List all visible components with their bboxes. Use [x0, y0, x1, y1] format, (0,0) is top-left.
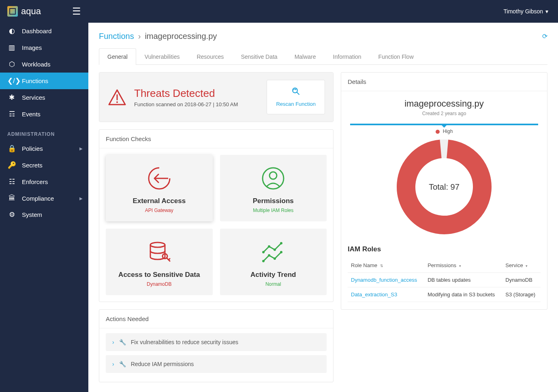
- workloads-icon: ⬡: [7, 60, 16, 69]
- tab-malware[interactable]: Malware: [286, 48, 325, 65]
- breadcrumb-leaf: imageprocessing.py: [145, 32, 217, 41]
- threat-subtitle: Function scanned on 2018-06-27 | 10:50 A…: [134, 101, 238, 107]
- compliance-icon: 🏛: [7, 194, 16, 202]
- sidebar-item-policies[interactable]: 🔒Policies▶: [0, 140, 88, 157]
- svg-point-14: [262, 260, 265, 262]
- svg-point-16: [274, 257, 276, 260]
- details-created: Created 2 years ago: [348, 111, 541, 116]
- sidebar-item-workloads[interactable]: ⬡Workloads: [0, 56, 88, 73]
- svg-point-11: [268, 245, 270, 248]
- actions-title: Actions Needed: [99, 310, 333, 328]
- details-name: imageprocessing.py: [348, 99, 541, 109]
- iam-role-link[interactable]: Dynamodb_function_access: [348, 273, 424, 287]
- admin-header: ADMINISTRATION: [0, 122, 88, 140]
- content: Functions › imageprocessing.py ⟳ General…: [88, 23, 558, 392]
- warning-triangle-icon: [107, 88, 127, 107]
- tabs: General Vulnerabilities Resources Sensit…: [99, 48, 547, 65]
- rescan-button[interactable]: Rescan Function: [267, 80, 325, 114]
- action-item[interactable]: › 🔧 Reduce IAM permissions: [106, 355, 327, 373]
- wrench-icon: 🔧: [119, 361, 126, 367]
- actions-panel: Actions Needed › 🔧 Fix vulnerabilities t…: [99, 309, 334, 382]
- check-sensitive-data[interactable]: Access to Sensitive Data DynamoDB: [106, 229, 213, 295]
- threat-title: Threats Detected: [134, 87, 238, 100]
- activity-trend-icon: [226, 239, 321, 265]
- iam-col-permissions[interactable]: Permissions ▾: [424, 258, 502, 273]
- images-icon: ▥: [7, 43, 16, 52]
- dashboard-icon: ◐: [7, 27, 16, 35]
- policies-icon: 🔒: [7, 144, 16, 153]
- sort-icon: ⇅: [380, 264, 383, 268]
- main-column: Timothy Gibson ▾ Functions › imageproces…: [88, 0, 558, 392]
- svg-point-15: [268, 254, 270, 257]
- sort-desc-icon: ▾: [459, 264, 461, 268]
- tab-vulnerabilities[interactable]: Vulnerabilities: [136, 48, 188, 65]
- functions-icon: ❮/❯: [7, 77, 16, 85]
- tab-resources[interactable]: Resources: [188, 48, 232, 65]
- external-access-icon: [111, 165, 207, 191]
- chevron-right-icon: ▶: [79, 196, 83, 201]
- brand-icon: [7, 6, 18, 17]
- function-checks-title: Function Checks: [99, 130, 333, 148]
- iam-role-link[interactable]: Data_extraction_S3: [348, 287, 424, 302]
- function-checks-panel: Function Checks External Access API Gate…: [99, 129, 334, 302]
- svg-line-3: [297, 92, 299, 94]
- details-panel: Details imageprocessing.py Created 2 yea…: [341, 72, 547, 310]
- sidebar-item-services[interactable]: ✱Services: [0, 89, 88, 106]
- tab-general[interactable]: General: [99, 48, 136, 65]
- action-item[interactable]: › 🔧 Fix vulnerabilities to reduce securi…: [106, 333, 327, 351]
- svg-point-17: [280, 251, 282, 253]
- svg-point-7: [269, 172, 277, 179]
- svg-point-1: [116, 101, 118, 103]
- events-icon: ☶: [7, 110, 16, 118]
- breadcrumb-root[interactable]: Functions: [99, 32, 134, 41]
- sidebar-item-secrets[interactable]: 🔑Secrets: [0, 157, 88, 174]
- legend-dot-icon: [436, 130, 440, 134]
- svg-point-6: [263, 168, 284, 189]
- tab-function-flow[interactable]: Function Flow: [370, 48, 422, 65]
- sidebar-item-compliance[interactable]: 🏛Compliance▶: [0, 190, 88, 206]
- check-activity-trend[interactable]: Activity Trend Normal: [220, 229, 327, 295]
- tab-information[interactable]: Information: [325, 48, 370, 65]
- threat-panel: Threats Detected Function scanned on 201…: [99, 72, 334, 122]
- user-menu[interactable]: Timothy Gibson ▾: [503, 8, 548, 15]
- hamburger-icon[interactable]: ☰: [72, 6, 81, 17]
- chevron-down-icon: ▾: [545, 8, 548, 15]
- sort-desc-icon: ▾: [526, 264, 528, 268]
- check-permissions[interactable]: Permissions Multiple IAM Roles: [220, 155, 327, 221]
- iam-col-service[interactable]: Service ▾: [502, 258, 541, 273]
- services-icon: ✱: [7, 93, 16, 102]
- chevron-right-icon: ›: [112, 361, 114, 367]
- refresh-icon[interactable]: ⟳: [542, 32, 547, 40]
- brand-logo: aqua: [7, 6, 41, 17]
- donut-total: Total: 97: [396, 138, 493, 236]
- iam-col-role[interactable]: Role Name ⇅: [348, 258, 424, 273]
- system-icon: ⚙: [7, 210, 16, 219]
- svg-point-2: [293, 88, 297, 93]
- chevron-right-icon: ▶: [79, 146, 83, 151]
- details-title: Details: [341, 73, 547, 91]
- severity-bar: [350, 124, 538, 125]
- iam-table: Role Name ⇅ Permissions ▾ Service ▾ Dyna…: [348, 258, 541, 302]
- sidebar-item-system[interactable]: ⚙System: [0, 206, 88, 223]
- secrets-icon: 🔑: [7, 161, 16, 169]
- tab-sensitive-data[interactable]: Sensitive Data: [232, 48, 286, 65]
- sidebar-item-dashboard[interactable]: ◐Dashboard: [0, 23, 88, 39]
- sidebar-item-events[interactable]: ☶Events: [0, 106, 88, 122]
- breadcrumb: Functions › imageprocessing.py ⟳: [99, 32, 547, 41]
- svg-point-12: [274, 248, 276, 251]
- logo-bar: aqua ☰: [0, 0, 88, 23]
- permissions-icon: [226, 165, 321, 191]
- iam-row: Data_extraction_S3 Modifying data in S3 …: [348, 287, 541, 302]
- chevron-right-icon: ›: [138, 32, 141, 41]
- sidebar-item-functions[interactable]: ❮/❯Functions: [0, 73, 88, 89]
- enforcers-icon: ☷: [7, 178, 16, 186]
- iam-title: IAM Roles: [348, 245, 541, 253]
- sidebar-item-enforcers[interactable]: ☷Enforcers: [0, 174, 88, 190]
- topbar: Timothy Gibson ▾: [88, 0, 558, 23]
- brand-text: aqua: [21, 6, 41, 17]
- nav-admin: 🔒Policies▶ 🔑Secrets ☷Enforcers 🏛Complian…: [0, 140, 88, 223]
- sidebar: aqua ☰ ◐Dashboard ▥Images ⬡Workloads ❮/❯…: [0, 0, 88, 392]
- wrench-icon: 🔧: [119, 339, 126, 345]
- sidebar-item-images[interactable]: ▥Images: [0, 39, 88, 56]
- check-external-access[interactable]: External Access API Gateway: [106, 155, 213, 221]
